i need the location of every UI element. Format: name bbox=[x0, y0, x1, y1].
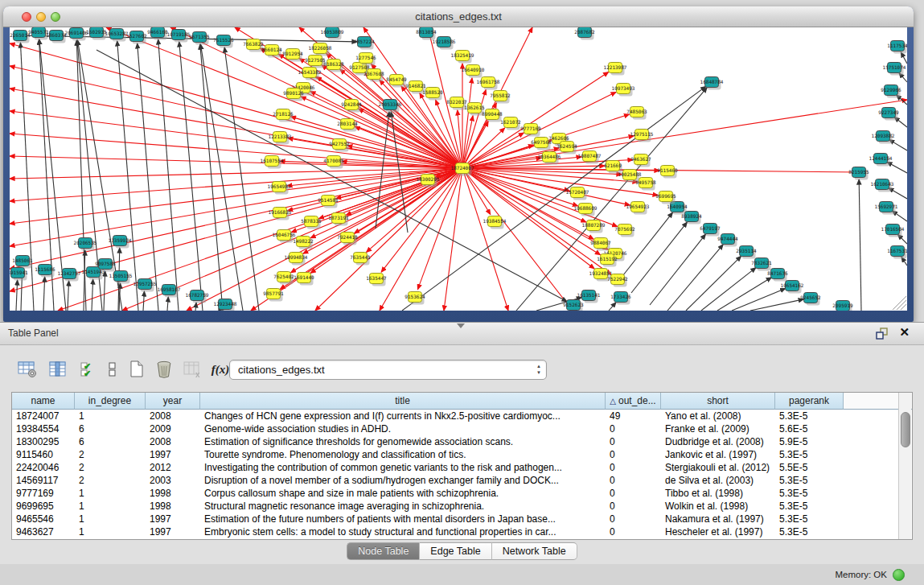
canvas-resize-grip[interactable] bbox=[893, 296, 906, 310]
select-all-rows-icon[interactable]: ✔ ✔ bbox=[77, 358, 100, 381]
scrollbar-thumb[interactable] bbox=[901, 412, 910, 447]
graph-node[interactable]: 10688609 bbox=[574, 204, 598, 216]
table-row[interactable]: 1938455462009Genome-wide association stu… bbox=[12, 422, 912, 435]
graph-node[interactable]: 18226058 bbox=[309, 43, 332, 56]
graph-node[interactable]: 2095919 bbox=[832, 301, 853, 311]
graph-node[interactable]: 1602935 bbox=[86, 27, 107, 40]
graph-node[interactable]: 15692971 bbox=[875, 202, 898, 215]
show-columns-icon[interactable] bbox=[47, 358, 69, 381]
graph-node[interactable]: 1117534 bbox=[887, 41, 907, 54]
graph-node[interactable]: 20206535 bbox=[74, 238, 97, 251]
column-header-name[interactable]: name bbox=[12, 393, 75, 410]
graph-node[interactable]: 9152623 bbox=[563, 300, 584, 311]
graph-node[interactable]: 1635447 bbox=[366, 274, 387, 286]
graph-node[interactable]: 1691440 bbox=[294, 273, 314, 286]
graph-node[interactable]: 1115686 bbox=[35, 265, 55, 278]
graph-node[interactable]: 1485061 bbox=[12, 256, 33, 269]
tab-network-table[interactable]: Network Table bbox=[492, 542, 577, 560]
graph-node[interactable]: 9427552 bbox=[329, 139, 350, 152]
graph-node[interactable]: 4170085 bbox=[323, 156, 344, 169]
graph-node[interactable]: 17016504 bbox=[881, 225, 905, 237]
graph-node[interactable]: 9127505 bbox=[305, 56, 326, 68]
graph-node[interactable]: 1588520 bbox=[422, 88, 443, 101]
graph-node[interactable]: 8471676 bbox=[767, 269, 788, 282]
graph-node[interactable]: 16543382 bbox=[298, 68, 322, 80]
graph-node[interactable]: 19654983 bbox=[268, 182, 291, 195]
vertical-scrollbar[interactable] bbox=[898, 393, 911, 539]
graph-node[interactable]: 3915941 bbox=[10, 268, 28, 281]
graph-node[interactable]: 19654923 bbox=[626, 202, 650, 215]
graph-node[interactable]: 1873191 bbox=[328, 213, 349, 226]
graph-node[interactable]: 16961758 bbox=[477, 77, 500, 90]
graph-node[interactable]: 16210643 bbox=[871, 179, 894, 192]
graph-node[interactable]: 18325419 bbox=[451, 51, 474, 64]
graph-node[interactable]: 1527602 bbox=[126, 31, 147, 44]
network-canvas[interactable]: 2265014940557118603742069140616029351065… bbox=[10, 27, 907, 311]
delete-table-icon[interactable] bbox=[153, 358, 175, 381]
graph-node[interactable]: 10653287 bbox=[105, 29, 129, 42]
column-header-short[interactable]: short bbox=[661, 393, 775, 410]
graph-node[interactable]: 9495758 bbox=[635, 178, 656, 191]
graph-node[interactable]: 7857224 bbox=[354, 37, 375, 50]
graph-node[interactable]: 19384554 bbox=[483, 216, 507, 229]
table-row[interactable]: 2242004622012Investigating the contribut… bbox=[12, 461, 912, 474]
graph-node[interactable]: 20691406 bbox=[65, 28, 88, 41]
graph-node[interactable]: 7625402 bbox=[273, 272, 294, 285]
graph-node[interactable]: 20364486 bbox=[538, 152, 561, 165]
graph-node[interactable]: 1167531 bbox=[887, 246, 907, 259]
graph-node[interactable]: 12444154 bbox=[869, 154, 893, 167]
graph-node[interactable]: 9699695 bbox=[655, 192, 676, 204]
float-panel-icon[interactable] bbox=[876, 328, 889, 340]
graph-node[interactable]: 12093882 bbox=[872, 131, 895, 144]
graph-node[interactable]: 7485063 bbox=[626, 107, 647, 120]
graph-node[interactable]: 12923448 bbox=[214, 299, 237, 311]
graph-node[interactable]: 7615526 bbox=[213, 35, 234, 48]
graph-node[interactable]: 9514581 bbox=[318, 196, 339, 208]
create-new-table-icon[interactable] bbox=[125, 358, 148, 381]
graph-node[interactable]: 9474444 bbox=[717, 234, 738, 247]
table-row[interactable]: 1830029562008Estimation of significance … bbox=[12, 435, 912, 448]
graph-node[interactable]: 9463627 bbox=[630, 154, 651, 167]
tab-node-table[interactable]: Node Table bbox=[347, 542, 420, 560]
graph-node[interactable]: 19166825 bbox=[269, 208, 292, 220]
graph-node[interactable]: 9227349 bbox=[878, 108, 899, 121]
graph-node[interactable]: 16107554 bbox=[261, 156, 284, 169]
graph-node[interactable]: 9245652 bbox=[800, 293, 821, 306]
table-row[interactable]: 911546021997Tourette syndrome. Phenomeno… bbox=[12, 448, 912, 461]
table-select-dropdown[interactable]: citations_edges.txt ▲▼ bbox=[229, 360, 547, 380]
column-header-pagerank[interactable]: pagerank bbox=[775, 393, 844, 410]
graph-node[interactable]: 9115460 bbox=[657, 166, 678, 179]
graph-node[interactable]: 7924410 bbox=[337, 233, 358, 245]
graph-node[interactable]: 10994834 bbox=[285, 253, 308, 266]
graph-node[interactable]: 8938924 bbox=[681, 212, 702, 225]
graph-node[interactable]: 2935114 bbox=[736, 246, 757, 259]
column-header-title[interactable]: title bbox=[200, 393, 606, 410]
graph-node[interactable]: 2803144 bbox=[337, 119, 358, 132]
graph-node[interactable]: 2367608 bbox=[363, 69, 384, 82]
graph-node[interactable]: 8215955 bbox=[848, 167, 869, 180]
graph-node[interactable]: 16782759 bbox=[186, 290, 209, 303]
graph-node[interactable]: 9153624 bbox=[405, 292, 425, 305]
function-builder-icon[interactable]: f(x) bbox=[209, 358, 232, 381]
memory-status-indicator[interactable] bbox=[893, 569, 905, 581]
graph-node[interactable]: 9671355 bbox=[189, 32, 210, 45]
graph-node[interactable]: 9129966 bbox=[881, 85, 901, 98]
tab-edge-table[interactable]: Edge Table bbox=[420, 542, 491, 560]
graph-node[interactable]: 10719185 bbox=[167, 30, 191, 43]
table-settings-icon[interactable] bbox=[16, 358, 39, 381]
graph-node[interactable]: 15751074 bbox=[883, 63, 906, 76]
graph-node[interactable]: 7955812 bbox=[490, 91, 511, 104]
graph-node[interactable]: 12213383 bbox=[269, 132, 292, 145]
graph-node[interactable]: 16053809 bbox=[321, 27, 344, 40]
column-header-out-de-[interactable]: △out_de... bbox=[606, 393, 661, 410]
graph-node[interactable]: 8912954 bbox=[282, 49, 303, 62]
graph-node[interactable]: 7663822 bbox=[243, 39, 264, 52]
graph-node[interactable]: 1615192 bbox=[597, 254, 618, 267]
graph-node[interactable]: 7635441 bbox=[350, 253, 371, 266]
graph-node[interactable]: 8186328 bbox=[323, 60, 344, 72]
graph-node[interactable]: 1498222 bbox=[293, 237, 314, 249]
graph-node[interactable]: 9777169 bbox=[520, 124, 541, 137]
graph-node[interactable]: 9242844 bbox=[341, 100, 362, 113]
graph-node[interactable]: 1733426 bbox=[610, 292, 631, 305]
graph-node[interactable]: 2087682 bbox=[574, 27, 595, 40]
